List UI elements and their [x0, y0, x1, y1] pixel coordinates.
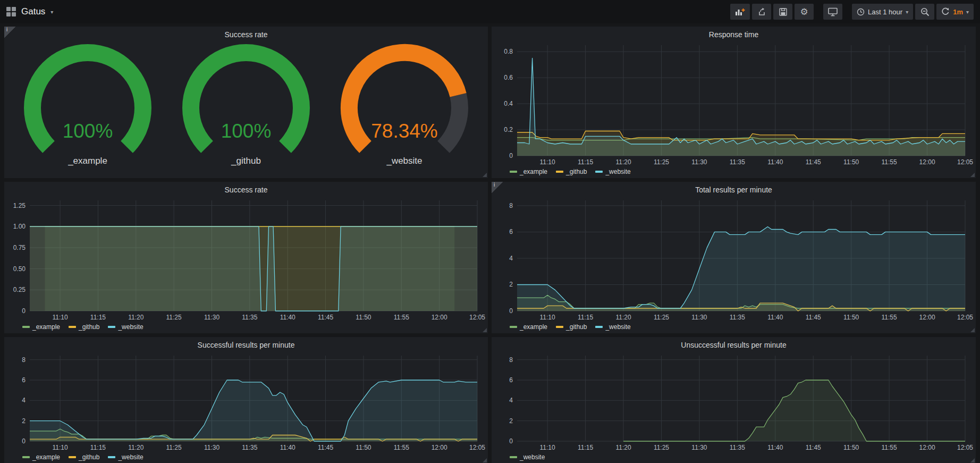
panel-resize-handle[interactable]	[483, 173, 487, 177]
successful-results-chart[interactable]: 0246811:1011:1511:2011:2511:3011:3511:40…	[9, 351, 484, 452]
legend-item-_website[interactable]: _website	[510, 453, 545, 461]
zoom-out-icon	[920, 7, 930, 16]
plot-area[interactable]: 00.250.500.751.001.2511:1011:1511:2011:2…	[9, 196, 484, 322]
legend-item-_website[interactable]: _website	[108, 323, 143, 331]
legend-item-_example[interactable]: _example	[510, 323, 547, 331]
panel-successful-results: Successful results per minute 0246811:10…	[4, 337, 488, 463]
y-axis-labels: 00.20.40.60.8	[504, 48, 513, 159]
legend-label: _github	[566, 323, 587, 331]
panel-resize-handle[interactable]	[970, 458, 975, 462]
x-tick-label: 11:10	[53, 444, 68, 451]
panel-resize-handle[interactable]	[970, 328, 975, 332]
gauge-value: 100%	[221, 120, 272, 142]
plot-area[interactable]: 0246811:1011:1511:2011:2511:3011:3511:40…	[9, 351, 484, 452]
x-tick-label: 11:50	[843, 314, 859, 321]
unsuccessful-results-chart[interactable]: 0246811:1011:1511:2011:2511:3011:3511:40…	[496, 351, 971, 452]
legend-item-_github[interactable]: _github	[556, 168, 587, 175]
panel-title[interactable]: Total results per minute	[496, 183, 971, 196]
x-tick-label: 11:30	[691, 158, 707, 166]
y-tick-label: 8	[22, 356, 26, 364]
panel-title[interactable]: Unsuccessful results per minute	[496, 339, 971, 351]
legend-item-_website[interactable]: _website	[595, 323, 630, 331]
legend-swatch	[510, 456, 517, 458]
response-time-chart[interactable]: 00.20.40.60.811:1011:1511:2011:2511:3011…	[496, 41, 971, 166]
x-tick-label: 11:15	[90, 314, 106, 321]
monitor-icon	[828, 7, 838, 16]
legend-item-_github[interactable]: _github	[69, 453, 99, 461]
tv-mode-button[interactable]	[823, 4, 842, 20]
total-results-chart[interactable]: 0246811:1011:1511:2011:2511:3011:3511:40…	[496, 196, 971, 322]
x-axis-labels: 11:1011:1511:2011:2511:3011:3511:4011:45…	[53, 444, 486, 451]
panel-resize-handle[interactable]	[483, 458, 487, 462]
share-button[interactable]	[752, 4, 771, 20]
panel-resize-handle[interactable]	[970, 173, 975, 177]
success-rate-chart[interactable]: 00.250.500.751.001.2511:1011:1511:2011:2…	[9, 196, 484, 322]
x-tick-label: 11:25	[654, 158, 669, 166]
legend-item-_website[interactable]: _website	[108, 453, 143, 461]
x-tick-label: 12:00	[432, 314, 447, 321]
x-tick-label: 11:15	[578, 314, 593, 321]
legend-item-_github[interactable]: _github	[69, 323, 99, 331]
zoom-out-button[interactable]	[915, 4, 934, 20]
y-tick-label: 0	[509, 152, 513, 159]
legend-item-_example[interactable]: _example	[22, 323, 60, 331]
y-tick-label: 1.25	[13, 202, 26, 209]
x-tick-label: 11:35	[730, 158, 745, 166]
plot-area[interactable]: 00.20.40.60.811:1011:1511:2011:2511:3011…	[496, 41, 971, 166]
panel-total-results: i Total results per minute 0246811:1011:…	[492, 182, 976, 333]
x-tick-label: 11:40	[280, 444, 295, 451]
x-tick-label: 12:00	[919, 314, 935, 321]
panel-info-icon[interactable]: i	[4, 27, 16, 38]
y-axis-labels: 00.250.500.751.001.25	[13, 202, 26, 315]
plot-area[interactable]: 0246811:1011:1511:2011:2511:3011:3511:40…	[496, 196, 971, 322]
legend-item-_github[interactable]: _github	[556, 323, 587, 331]
y-tick-label: 0	[509, 307, 513, 315]
x-tick-label: 11:55	[882, 158, 897, 166]
y-tick-label: 0	[22, 307, 26, 315]
y-tick-label: 0.2	[504, 126, 513, 133]
legend-item-_example[interactable]: _example	[22, 453, 60, 461]
x-tick-label: 11:45	[806, 158, 821, 166]
x-tick-label: 11:10	[53, 314, 68, 321]
panel-title[interactable]: Successful results per minute	[9, 339, 484, 351]
x-tick-label: 12:00	[919, 444, 935, 451]
gauge-label: _example	[68, 156, 107, 166]
dashboards-grid-icon[interactable]	[6, 7, 16, 16]
y-tick-label: 0.25	[13, 286, 26, 293]
x-tick-label: 12:05	[469, 314, 485, 321]
success-rate-gauges: 100%_example100%_github78.34%_website	[9, 41, 484, 177]
panel-title[interactable]: Response time	[496, 28, 971, 41]
legend-swatch	[510, 326, 517, 328]
y-tick-label: 6	[509, 228, 513, 235]
time-range-button[interactable]: Last 1 hour ▾	[852, 4, 913, 20]
settings-button[interactable]: ⚙	[795, 4, 814, 20]
legend-swatch	[69, 326, 76, 328]
refresh-interval-label: 1m	[953, 8, 963, 16]
x-tick-label: 11:10	[540, 314, 555, 321]
share-icon	[757, 7, 766, 16]
series-area	[30, 380, 477, 441]
save-button[interactable]	[773, 4, 792, 20]
x-tick-label: 12:00	[919, 158, 935, 166]
series-_website	[517, 227, 965, 312]
refresh-button[interactable]: 1m ▾	[936, 4, 974, 20]
x-tick-label: 11:25	[654, 314, 669, 321]
panel-info-icon[interactable]: i	[492, 182, 503, 193]
add-panel-button[interactable]	[730, 4, 750, 20]
y-tick-label: 4	[509, 255, 513, 262]
legend-label: _example	[32, 453, 60, 461]
legend-label: _github	[79, 323, 99, 331]
legend-swatch	[108, 456, 115, 458]
plot-area[interactable]: 0246811:1011:1511:2011:2511:3011:3511:40…	[496, 351, 971, 452]
chevron-down-icon[interactable]: ▾	[50, 9, 53, 15]
save-icon	[779, 8, 787, 16]
panel-title[interactable]: Success rate	[9, 183, 484, 196]
chart-legend: _website	[496, 452, 971, 462]
legend-item-_example[interactable]: _example	[510, 168, 547, 175]
legend-label: _website	[605, 323, 630, 331]
legend-item-_website[interactable]: _website	[595, 168, 630, 175]
panel-title[interactable]: Success rate	[9, 28, 484, 41]
dashboard-title[interactable]: Gatus	[21, 6, 45, 17]
panel-resize-handle[interactable]	[483, 328, 487, 332]
panel-unsuccessful-results: Unsuccessful results per minute 0246811:…	[492, 337, 976, 463]
